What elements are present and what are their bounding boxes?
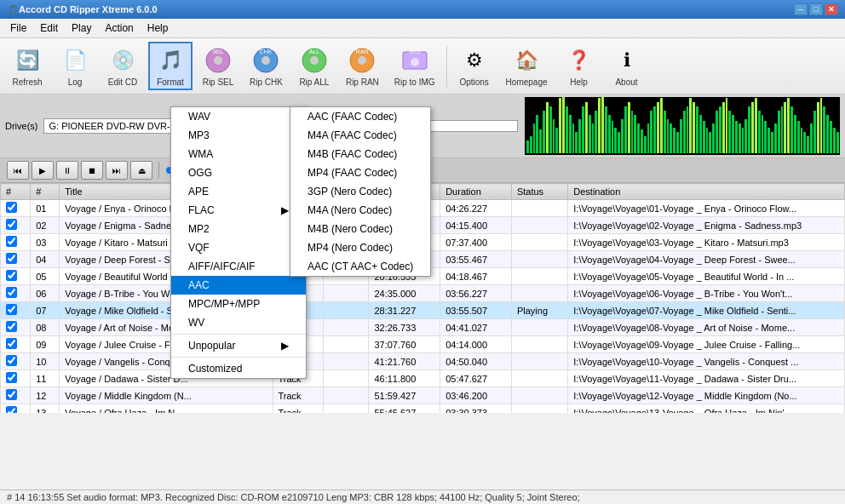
m4b-nero-codec[interactable]: M4B (Nero Codec) bbox=[290, 220, 430, 238]
toolbar-ripall[interactable]: ALL Rip ALL bbox=[292, 43, 336, 89]
close-button[interactable]: ✕ bbox=[825, 3, 838, 15]
prev-button[interactable]: ⏮ bbox=[7, 161, 29, 180]
row-checkbox-cell[interactable] bbox=[1, 217, 31, 234]
row-checkbox[interactable] bbox=[6, 304, 17, 315]
stop-button[interactable]: ⏹ bbox=[81, 161, 103, 180]
toolbar-about[interactable]: ℹ About bbox=[605, 43, 649, 89]
m4a-faac-codec[interactable]: M4A (FAAC Codec) bbox=[290, 126, 430, 145]
row-num: 02 bbox=[31, 217, 60, 234]
row-checkbox-cell[interactable] bbox=[1, 251, 31, 268]
format-aac[interactable]: AAC bbox=[171, 276, 306, 295]
waveform-bar bbox=[549, 106, 552, 153]
next-button[interactable]: ⏭ bbox=[106, 161, 128, 180]
row-status bbox=[511, 319, 567, 336]
row-checkbox[interactable] bbox=[6, 287, 17, 298]
toolbar-options[interactable]: ⚙ Options bbox=[452, 43, 497, 89]
play-button[interactable]: ▶ bbox=[32, 161, 54, 180]
row-duration: 07:37.400 bbox=[440, 234, 512, 251]
toolbar-editcd[interactable]: 💿 Edit CD bbox=[101, 43, 145, 89]
maximize-button[interactable]: □ bbox=[809, 3, 823, 15]
format-mp3[interactable]: MP3 bbox=[171, 126, 306, 145]
row-checkbox[interactable] bbox=[6, 202, 17, 213]
format-unpopular[interactable]: Unpopular ▶ bbox=[171, 336, 306, 355]
toolbar-ripran[interactable]: RAN Rip RAN bbox=[340, 43, 385, 89]
waveform-bar bbox=[614, 128, 617, 153]
row-duration: 03:30.373 bbox=[440, 404, 512, 414]
pause-button[interactable]: ⏸ bbox=[56, 161, 78, 180]
row-checkbox-cell[interactable] bbox=[1, 319, 31, 336]
svg-text:CHK: CHK bbox=[260, 49, 273, 54]
row-checkbox[interactable] bbox=[6, 372, 17, 383]
row-dest: I:\Voyage\Voyage\12-Voyage _ Middle King… bbox=[568, 387, 845, 404]
row-checkbox[interactable] bbox=[6, 253, 17, 264]
toolbar-ripchk[interactable]: CHK Rip CHK bbox=[244, 43, 289, 89]
row-checkbox[interactable] bbox=[6, 338, 17, 349]
waveform-bar bbox=[572, 123, 575, 153]
row-checkbox-cell[interactable] bbox=[1, 200, 31, 217]
toolbar-homepage[interactable]: 🏠 Homepage bbox=[500, 43, 554, 89]
row-checkbox-cell[interactable] bbox=[1, 336, 31, 353]
toolbar-ripimg[interactable]: IMG Rip to IMG bbox=[388, 43, 441, 89]
row-checkbox-cell[interactable] bbox=[1, 285, 31, 302]
row-checkbox-cell[interactable] bbox=[1, 234, 31, 251]
aac-faac-codec[interactable]: AAC (FAAC Codec) bbox=[290, 107, 430, 126]
row-checkbox[interactable] bbox=[6, 406, 17, 413]
toolbar-log[interactable]: 📄 Log bbox=[53, 43, 97, 89]
row-checkbox-cell[interactable] bbox=[1, 302, 31, 319]
format-mp2[interactable]: MP2 bbox=[171, 220, 306, 238]
row-checkbox-cell[interactable] bbox=[1, 370, 31, 387]
row-checkbox[interactable] bbox=[6, 219, 17, 230]
format-ape[interactable]: APE bbox=[171, 182, 306, 201]
toolbar-refresh[interactable]: 🔄 Refresh bbox=[5, 43, 49, 89]
mp4-nero-codec[interactable]: MP4 (Nero Codec) bbox=[290, 238, 430, 257]
format-ogg[interactable]: OGG bbox=[171, 163, 306, 182]
row-checkbox-cell[interactable] bbox=[1, 387, 31, 404]
mp4-faac-codec[interactable]: MP4 (FAAC Codec) bbox=[290, 163, 430, 182]
menu-edit[interactable]: Edit bbox=[33, 20, 65, 36]
m4b-faac-codec[interactable]: M4B (FAAC Codec) bbox=[290, 145, 430, 163]
waveform-bar bbox=[687, 106, 689, 153]
toolbar-ripsel[interactable]: SEL Rip SEL bbox=[196, 43, 240, 89]
aac-ct-codec[interactable]: AAC (CT AAC+ Codec) bbox=[290, 257, 430, 276]
row-checkbox-cell[interactable] bbox=[1, 353, 31, 370]
row-checkbox[interactable] bbox=[6, 389, 17, 400]
eject-button[interactable]: ⏏ bbox=[130, 161, 152, 180]
toolbar: 🔄 Refresh 📄 Log 💿 Edit CD 🎵 Format SEL R… bbox=[0, 38, 845, 94]
row-checkbox-cell[interactable] bbox=[1, 268, 31, 285]
format-mpc[interactable]: MPC/MP+/MPP bbox=[171, 295, 306, 313]
row-status: Playing bbox=[511, 302, 567, 319]
format-vqf[interactable]: VQF bbox=[171, 238, 306, 257]
row-checkbox[interactable] bbox=[6, 321, 17, 332]
row-dest: I:\Voyage\Voyage\08-Voyage _ Art of Nois… bbox=[568, 319, 845, 336]
waveform-bar bbox=[826, 115, 829, 153]
row-checkbox-cell[interactable] bbox=[1, 404, 31, 414]
waveform-bar bbox=[744, 119, 747, 153]
row-checkbox[interactable] bbox=[6, 236, 17, 247]
row-start: 37:07.760 bbox=[369, 336, 440, 353]
waveform-bar bbox=[820, 98, 823, 153]
menu-file[interactable]: File bbox=[3, 20, 33, 36]
format-wv[interactable]: WV bbox=[171, 313, 306, 332]
toolbar-help[interactable]: ❓ Help bbox=[557, 43, 601, 89]
toolbar-format[interactable]: 🎵 Format bbox=[148, 42, 193, 90]
waveform-bar bbox=[807, 136, 809, 153]
menu-play[interactable]: Play bbox=[65, 20, 98, 36]
minimize-button[interactable]: ─ bbox=[794, 3, 808, 15]
row-title: Voyage / Ofra Haza - Im N... bbox=[60, 404, 273, 414]
format-icon: 🎵 bbox=[155, 45, 186, 76]
menu-action[interactable]: Action bbox=[98, 20, 140, 36]
row-status bbox=[511, 387, 567, 404]
format-wma[interactable]: WMA bbox=[171, 145, 306, 163]
waveform-bar bbox=[533, 123, 536, 153]
format-customized[interactable]: Customized bbox=[171, 359, 306, 378]
format-wav[interactable]: WAV bbox=[171, 107, 306, 126]
row-duration: 04:15.400 bbox=[440, 217, 512, 234]
m4a-nero-codec[interactable]: M4A (Nero Codec) bbox=[290, 201, 430, 220]
3gp-nero-codec[interactable]: 3GP (Nero Codec) bbox=[290, 182, 430, 201]
row-num: 08 bbox=[31, 319, 60, 336]
format-aiff[interactable]: AIFF/AIFC/AIF bbox=[171, 257, 306, 276]
format-flac[interactable]: FLAC ▶ bbox=[171, 201, 306, 220]
menu-help[interactable]: Help bbox=[141, 20, 175, 36]
row-checkbox[interactable] bbox=[6, 355, 17, 366]
row-checkbox[interactable] bbox=[6, 270, 17, 281]
